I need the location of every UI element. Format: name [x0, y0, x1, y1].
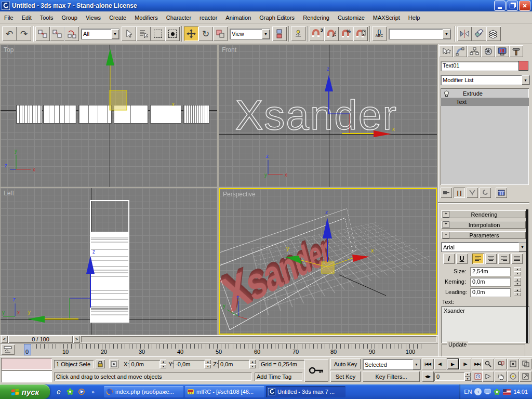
panel-scrollbar[interactable] — [526, 209, 528, 343]
icq-quicklaunch-icon[interactable] — [65, 387, 75, 397]
arc-rotate-button[interactable] — [507, 371, 519, 382]
spin-down-icon[interactable]: ▼ — [514, 282, 521, 286]
language-indicator[interactable]: EN — [464, 389, 472, 395]
menu-group[interactable]: Group — [57, 13, 82, 22]
prev-frame-button[interactable]: ◀| — [434, 358, 446, 369]
z-spinner[interactable]: ▲▼ — [249, 360, 256, 368]
spin-up-icon[interactable]: ▲ — [514, 267, 521, 271]
menu-animation[interactable]: Animation — [221, 13, 255, 22]
open-mini-curve-editor-button[interactable] — [1, 344, 15, 355]
task-firefox[interactable]: index.php (изображе... — [104, 386, 183, 397]
menu-modifiers[interactable]: Modifiers — [130, 13, 162, 22]
auto-key-button[interactable]: Auto Key — [330, 358, 361, 369]
menu-maxscript[interactable]: MAXScript — [369, 13, 404, 22]
show-end-result-button[interactable]: | | — [454, 188, 465, 198]
tray-chevron-icon[interactable]: ‹ — [474, 388, 482, 395]
restore-button[interactable] — [507, 1, 518, 11]
menu-views[interactable]: Views — [82, 13, 105, 22]
start-button[interactable]: пуск — [0, 384, 50, 399]
unlink-selection-button[interactable] — [50, 26, 64, 41]
object-color-swatch[interactable] — [518, 61, 528, 71]
y-spinner[interactable]: ▲▼ — [205, 360, 211, 368]
key-filter-dropdown[interactable]: Selected▼ — [363, 359, 421, 370]
zoom-all-button[interactable] — [495, 358, 507, 369]
task-3dsmax[interactable]: Untitled - 3ds max 7 ... — [266, 386, 345, 397]
menu-edit[interactable]: Edit — [18, 13, 36, 22]
menu-help[interactable]: Help — [404, 13, 424, 22]
undo-button[interactable]: ↶ — [2, 26, 17, 41]
x-input[interactable]: 0,0m — [129, 360, 160, 368]
align-left-button[interactable] — [472, 254, 484, 264]
selection-filter-dropdown[interactable]: All▼ — [81, 29, 119, 39]
configure-modifier-sets-button[interactable] — [496, 188, 507, 198]
size-spinner[interactable]: ▲▼ — [514, 267, 521, 275]
snap-toggle-button[interactable]: 3 — [310, 26, 324, 41]
go-to-start-button[interactable]: |◀◀ — [422, 358, 434, 369]
spin-up-icon[interactable]: ▲ — [514, 277, 521, 282]
display-tray-icon[interactable] — [484, 389, 491, 395]
time-slider-track[interactable] — [81, 336, 436, 342]
task-mirc[interactable]: mIRC - [#sch108 [46... — [185, 386, 264, 397]
use-pivot-center-button[interactable] — [272, 26, 287, 41]
wmp-quicklaunch-icon[interactable] — [77, 387, 86, 397]
select-and-scale-button[interactable] — [213, 26, 228, 41]
rollout-rendering[interactable]: + Rendering — [441, 210, 526, 218]
italic-button[interactable]: I — [443, 254, 455, 264]
text-field[interactable]: Xsander — [441, 306, 529, 343]
ie-quicklaunch-icon[interactable]: e — [54, 387, 63, 397]
menu-file[interactable]: File — [0, 13, 18, 22]
menu-customize[interactable]: Customize — [334, 13, 369, 22]
min-max-toggle-button[interactable] — [520, 371, 531, 382]
spinner-snap-button[interactable] — [353, 26, 368, 41]
rollout-interpolation[interactable]: + Interpolation — [441, 221, 526, 229]
select-object-button[interactable] — [122, 26, 136, 41]
frame-spinner[interactable]: ▲▼ — [464, 372, 471, 381]
spin-down-icon[interactable]: ▼ — [514, 271, 521, 275]
justify-button[interactable] — [511, 254, 523, 264]
y-input[interactable]: -0,0m — [174, 360, 205, 368]
prev-frame-arrow[interactable]: < — [1, 336, 8, 343]
angle-snap-button[interactable] — [324, 26, 339, 41]
tab-utilities[interactable] — [509, 45, 523, 57]
set-key-toggle-button[interactable] — [304, 359, 328, 382]
viewport-left[interactable]: z y z y x Left — [1, 188, 217, 335]
next-frame-button[interactable]: |▶ — [459, 358, 471, 369]
select-and-link-button[interactable] — [35, 26, 50, 41]
mirror-button[interactable] — [457, 26, 472, 41]
viewport-perspective[interactable]: Xsander z y x z y Perspective — [219, 188, 437, 335]
redo-button[interactable]: ↷ — [17, 26, 31, 41]
close-button[interactable]: ✕ — [519, 1, 530, 11]
modifier-list-dropdown[interactable]: Modifier List▼ — [441, 75, 530, 85]
percent-snap-button[interactable]: % — [339, 26, 353, 41]
size-input[interactable]: 2,54m — [470, 267, 511, 276]
icq-tray-icon[interactable] — [494, 389, 500, 395]
bind-to-spacewarp-button[interactable] — [64, 26, 79, 41]
tab-display[interactable] — [495, 45, 509, 57]
named-selection-sets-button[interactable]: {}ABC — [372, 26, 387, 41]
window-crossing-button[interactable] — [165, 26, 180, 41]
remove-modifier-button[interactable] — [480, 188, 491, 198]
stack-item-text[interactable]: Text — [441, 98, 529, 106]
maxscript-listener-pink[interactable] — [1, 358, 52, 370]
clock[interactable]: 14:01 — [513, 389, 528, 395]
make-unique-button[interactable] — [467, 188, 478, 198]
zoom-button[interactable] — [482, 358, 494, 369]
flag-tray-icon[interactable] — [503, 389, 511, 395]
time-slider-thumb[interactable]: 0 / 100 — [8, 336, 73, 343]
align-button[interactable] — [472, 26, 486, 41]
menu-reactor[interactable]: reactor — [195, 13, 221, 22]
pin-stack-button[interactable] — [441, 188, 452, 198]
tab-modify[interactable] — [453, 45, 467, 57]
tab-hierarchy[interactable] — [467, 45, 481, 57]
align-center-button[interactable] — [485, 254, 497, 264]
tab-create[interactable] — [439, 45, 453, 57]
select-and-rotate-button[interactable]: ↻ — [198, 26, 213, 41]
minimize-button[interactable] — [494, 1, 506, 11]
rollout-parameters[interactable]: - Parameters — [441, 231, 526, 239]
x-spinner[interactable]: ▲▼ — [160, 360, 166, 368]
leading-spinner[interactable]: ▲▼ — [514, 288, 521, 296]
underline-button[interactable]: U — [456, 254, 468, 264]
layer-manager-button[interactable] — [486, 26, 501, 41]
viewport-front[interactable]: Xsander z x z x y Front — [219, 45, 437, 187]
rect-selection-region-button[interactable] — [151, 26, 165, 41]
